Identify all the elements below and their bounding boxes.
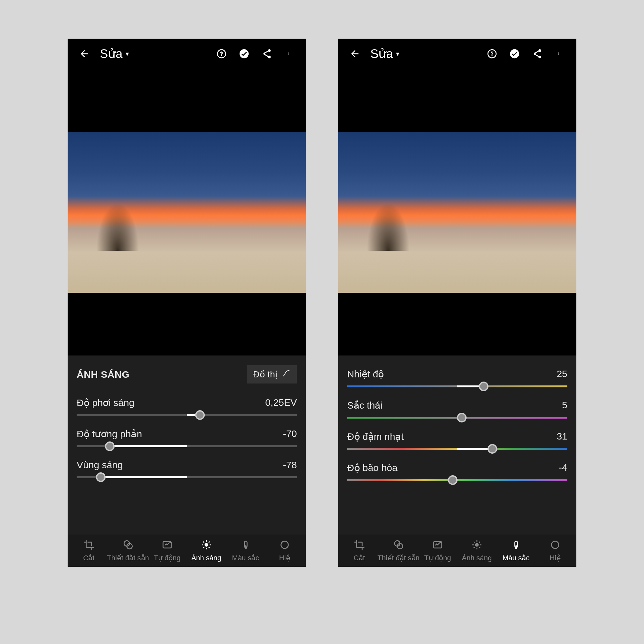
tab-crop[interactable]: Cắt	[70, 539, 108, 562]
svg-line-15	[203, 547, 204, 548]
slider-track[interactable]	[347, 479, 567, 481]
confirm-button[interactable]	[507, 47, 522, 61]
slider-thumb[interactable]	[457, 413, 467, 422]
share-button[interactable]	[260, 47, 274, 61]
svg-point-41	[552, 541, 559, 548]
slider-label: Sắc thái	[347, 400, 383, 411]
crop-icon	[354, 539, 365, 552]
tab-label: Cắt	[83, 554, 94, 562]
svg-point-20	[281, 541, 289, 548]
tab-effect[interactable]: Hiệ	[265, 539, 304, 562]
phone-right: Sửa ▾ Nhiệt độ25Sắc thái5Độ đậm nhạt31Độ…	[338, 39, 576, 567]
slider-value: 0,25EV	[265, 397, 297, 408]
slider-track[interactable]	[347, 417, 567, 419]
slider-thumb[interactable]	[479, 382, 488, 391]
slider-value: -70	[283, 428, 297, 440]
tab-light[interactable]: Ánh sáng	[187, 539, 226, 562]
tab-effect[interactable]: Hiệ	[536, 539, 574, 562]
photo-preview	[68, 132, 306, 293]
curve-button[interactable]: Đồ thị	[247, 365, 297, 384]
tab-color[interactable]: Màu sắc	[226, 539, 265, 562]
svg-point-3	[288, 54, 289, 55]
photo-preview-area[interactable]	[338, 69, 576, 355]
slider-value: 25	[557, 368, 567, 380]
slider-row: Sắc thái5	[347, 394, 567, 426]
slider-track[interactable]	[347, 385, 567, 387]
svg-point-8	[204, 543, 208, 546]
page-title[interactable]: Sửa ▾	[100, 47, 129, 61]
tab-label: Màu sắc	[503, 554, 530, 562]
slider-track[interactable]	[77, 476, 297, 478]
photo-preview-area[interactable]	[68, 69, 306, 355]
svg-line-36	[474, 547, 475, 548]
light-icon	[201, 539, 212, 552]
svg-point-29	[475, 543, 478, 546]
effect-icon	[550, 539, 561, 552]
svg-point-23	[558, 53, 559, 54]
slider-track[interactable]	[347, 448, 567, 450]
help-button[interactable]	[485, 47, 499, 61]
tab-label: Thiết đặt sẵn	[107, 554, 149, 562]
tab-label: Ánh sáng	[462, 554, 492, 562]
photo-preview	[338, 132, 576, 293]
effect-icon	[279, 539, 290, 552]
svg-line-16	[209, 541, 210, 542]
svg-point-2	[288, 53, 289, 54]
light-panel: ÁNH SÁNG Đồ thị Độ phơi sáng0,25EVĐộ tươ…	[68, 355, 306, 535]
slider-thumb[interactable]	[195, 410, 205, 420]
light-icon	[471, 539, 482, 552]
slider-thumb[interactable]	[105, 441, 115, 451]
tab-label: Màu sắc	[232, 554, 259, 562]
tab-crop[interactable]: Cắt	[340, 539, 379, 562]
tab-presets[interactable]: Thiết đặt sẵn	[379, 539, 418, 562]
preset-icon	[123, 539, 134, 552]
back-button[interactable]	[348, 47, 362, 61]
more-button[interactable]	[282, 47, 296, 61]
slider-row: Vùng sáng-78	[77, 454, 297, 485]
svg-point-24	[558, 54, 559, 55]
tab-auto[interactable]: Tự động	[418, 539, 457, 562]
caret-down-icon: ▾	[126, 50, 129, 58]
slider-value: -78	[283, 459, 297, 470]
svg-point-21	[510, 49, 519, 58]
caret-down-icon: ▾	[396, 50, 399, 58]
slider-value: -4	[559, 462, 567, 473]
tab-label: Thiết đặt sẵn	[377, 554, 419, 562]
slider-track[interactable]	[77, 445, 297, 447]
slider-value: 31	[557, 431, 567, 442]
slider-thumb[interactable]	[488, 444, 497, 454]
slider-row: Nhiệt độ25	[347, 365, 567, 394]
topbar: Sửa ▾	[338, 39, 576, 69]
title-label: Sửa	[370, 47, 393, 61]
help-button[interactable]	[214, 47, 229, 61]
tab-auto[interactable]: Tự động	[148, 539, 186, 562]
panel-header: ÁNH SÁNG Đồ thị	[77, 365, 297, 384]
slider-thumb[interactable]	[96, 472, 106, 482]
tab-color[interactable]: Màu sắc	[497, 539, 535, 562]
slider-value: 5	[562, 400, 567, 411]
color-icon	[240, 539, 251, 552]
crop-icon	[83, 539, 94, 552]
panel-title: ÁNH SÁNG	[77, 369, 129, 380]
more-button[interactable]	[553, 47, 567, 61]
slider-track[interactable]	[77, 414, 297, 416]
svg-point-28	[440, 541, 442, 543]
share-button[interactable]	[530, 47, 544, 61]
tab-label: Tự động	[424, 554, 451, 562]
tab-light[interactable]: Ánh sáng	[458, 539, 496, 562]
slider-label: Độ phơi sáng	[77, 397, 134, 408]
confirm-button[interactable]	[237, 47, 251, 61]
slider-row: Độ bão hòa-4	[347, 457, 567, 488]
slider-thumb[interactable]	[448, 475, 458, 485]
back-button[interactable]	[77, 47, 91, 61]
svg-line-35	[479, 547, 480, 548]
page-title[interactable]: Sửa ▾	[370, 47, 399, 61]
svg-point-18	[245, 545, 247, 547]
auto-icon	[432, 539, 443, 552]
tab-presets[interactable]: Thiết đặt sẵn	[109, 539, 147, 562]
phone-left: Sửa ▾ ÁNH SÁNG Đồ thị Độ phơi sán	[68, 39, 306, 567]
svg-point-1	[288, 52, 289, 53]
slider-fill	[457, 448, 492, 450]
bottom-tabs: CắtThiết đặt sẵnTự độngÁnh sángMàu sắcHi…	[338, 535, 576, 567]
preset-icon	[393, 539, 404, 552]
